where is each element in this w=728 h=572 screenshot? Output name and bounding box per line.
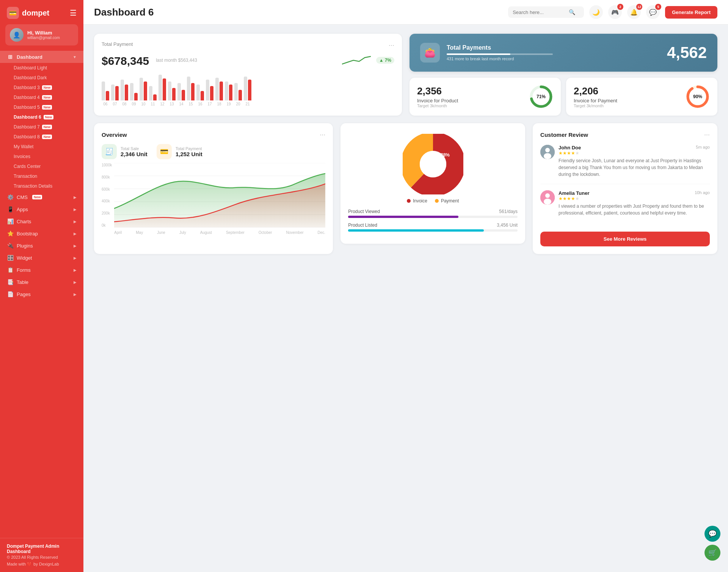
product-listed-bar (348, 229, 484, 232)
total-payment-title: Total Payment (102, 41, 133, 47)
generate-report-button[interactable]: Generate Report (665, 6, 717, 19)
search-bar[interactable]: 🔍 (508, 6, 584, 18)
copyright: © 2023 All Rights Reserved (7, 555, 77, 559)
reviewer-name-1: John Doe (559, 145, 581, 150)
dashboard-icon: ⊞ (7, 54, 14, 60)
nav-item-dashboard[interactable]: ⊞ Dashboard ▼ (0, 51, 83, 63)
pages-icon: 📄 (7, 291, 14, 297)
product-viewed-value: 561/days (499, 209, 518, 214)
plugins-icon: 🔌 (7, 243, 14, 249)
blue-card-subtitle: 431 more to break last month record (447, 56, 553, 61)
product-viewed-label: Product Viewed (348, 209, 380, 214)
sidebar: 💳 dompet ☰ 👤 Hi, William william@gmail.c… (0, 0, 83, 572)
sidebar-item-dashboard-light[interactable]: Dashboard Light (0, 63, 83, 73)
hamburger-icon[interactable]: ☰ (70, 8, 77, 17)
search-input[interactable] (513, 9, 566, 15)
card-menu-icon[interactable]: ··· (389, 41, 394, 49)
sub-label: Dashboard 4 (14, 95, 40, 100)
payment-stat-icon: 💳 (157, 144, 172, 159)
invoice-payment-label: Invoice for Payment (574, 98, 617, 103)
invoice-dot (407, 199, 411, 203)
new-badge: New (32, 195, 42, 199)
reviewer-avatar-1 (540, 145, 555, 159)
invoice-product-number: 2,356 (417, 85, 458, 97)
stars-2: ★★★★★ (559, 196, 589, 201)
nav-item-plugins[interactable]: 🔌 Plugins ▶ (0, 240, 83, 252)
review-time-2: 10h ago (695, 190, 710, 195)
nav-item-widget[interactable]: 🎛️ Widget ▶ (0, 252, 83, 264)
sidebar-item-dashboard-4[interactable]: Dashboard 4 New (0, 92, 83, 102)
nav-item-cms[interactable]: ⚙️ CMS New ▶ (0, 191, 83, 203)
nav-item-forms[interactable]: 📋 Forms ▶ (0, 264, 83, 276)
search-icon: 🔍 (569, 9, 575, 15)
sidebar-item-cards-center[interactable]: Cards Center (0, 161, 83, 171)
see-more-reviews-button[interactable]: See More Reviews (540, 232, 710, 246)
chevron-right-icon: ▶ (74, 256, 77, 260)
header: Dashboard 6 🔍 🌙 🎮 2 🔔 12 💬 5 Generate Re… (83, 0, 728, 25)
sidebar-item-transaction-details[interactable]: Transaction Details (0, 181, 83, 191)
msg-badge: 5 (655, 4, 661, 10)
sidebar-item-dashboard-7[interactable]: Dashboard 7 New (0, 122, 83, 132)
overview-menu-icon[interactable]: ··· (320, 131, 325, 139)
total-payment-stat: 💳 Total Payment 1,252 Unit (157, 144, 202, 159)
sale-label: Total Sale (121, 146, 147, 151)
nav-item-apps[interactable]: 📱 Apps ▶ (0, 203, 83, 215)
total-payment-amount: $678,345 (102, 55, 149, 67)
chevron-right-icon: ▶ (74, 292, 77, 296)
sale-icon: 🧾 (102, 144, 117, 159)
x-axis-labels: AprilMayJuneJuly AugustSeptemberOctoberN… (114, 230, 325, 235)
payment-dot (435, 199, 439, 203)
nav-item-pages[interactable]: 📄 Pages ▶ (0, 288, 83, 300)
review-time-1: 5m ago (696, 145, 710, 149)
games-button[interactable]: 🎮 2 (608, 5, 622, 19)
nav-label-dashboard: Dashboard (17, 54, 42, 60)
charts-icon: 📊 (7, 218, 14, 224)
new-badge: New (44, 115, 54, 119)
sidebar-item-transaction[interactable]: Transaction (0, 171, 83, 181)
messages-button[interactable]: 💬 5 (646, 5, 660, 19)
total-sale-stat: 🧾 Total Sale 2,346 Unit (102, 144, 147, 159)
nav-item-table[interactable]: 📑 Table ▶ (0, 276, 83, 288)
new-badge: New (42, 95, 52, 100)
nav-item-bootstrap[interactable]: ⭐ Bootstrap ▶ (0, 227, 83, 240)
sidebar-footer: Dompet Payment Admin Dashboard © 2023 Al… (0, 538, 83, 572)
sidebar-header: 💳 dompet ☰ (0, 0, 83, 24)
sidebar-item-my-wallet[interactable]: My Wallet (0, 142, 83, 152)
sidebar-item-invoices[interactable]: Invoices (0, 152, 83, 161)
sidebar-item-dashboard-6[interactable]: Dashboard 6 New (0, 112, 83, 122)
svg-point-19 (545, 193, 550, 198)
blue-card-number: 4,562 (667, 44, 707, 62)
sidebar-item-dashboard-3[interactable]: Dashboard 3 New (0, 83, 83, 92)
page-title: Dashboard 6 (94, 6, 154, 18)
content-area: Total Payment ··· $678,345 last month $5… (83, 25, 728, 572)
sidebar-item-dashboard-dark[interactable]: Dashboard Dark (0, 73, 83, 83)
cart-fab-button[interactable]: 🛒 (704, 545, 720, 561)
logo-area: 💳 dompet (7, 7, 49, 19)
nav-item-charts[interactable]: 📊 Charts ▶ (0, 215, 83, 227)
product-viewed-row: Product Viewed 561/days (348, 209, 518, 218)
sidebar-item-dashboard-8[interactable]: Dashboard 8 New (0, 132, 83, 142)
bar-labels: 06 07 08 09 10 11 12 13 14 15 16 17 18 1… (102, 102, 394, 106)
theme-toggle-button[interactable]: 🌙 (589, 5, 603, 19)
reviewer-name-2: Amelia Tuner (559, 190, 589, 196)
stars-1: ★★★★★ (559, 150, 581, 156)
payment-legend: Payment (435, 198, 459, 204)
cms-icon: ⚙️ (7, 194, 14, 200)
games-icon: 🎮 (611, 9, 619, 16)
sidebar-nav: ⊞ Dashboard ▼ Dashboard Light Dashboard … (0, 51, 83, 538)
notifications-button[interactable]: 🔔 12 (627, 5, 641, 19)
product-listed-row: Product Listed 3,456 Unit (348, 223, 518, 232)
made-with: Made with ❤️ by DexignLab (7, 562, 77, 567)
chat-fab-button[interactable]: 💬 (704, 526, 720, 542)
nav-label: Charts (17, 219, 31, 224)
blue-progress-fill (447, 53, 510, 55)
invoice-payment-donut: 90% (686, 85, 710, 109)
invoice-payment-card: 2,206 Invoice for Payment Target 3k/mont… (566, 78, 717, 116)
games-badge: 2 (617, 4, 623, 10)
sidebar-item-dashboard-5[interactable]: Dashboard 5 New (0, 102, 83, 112)
invoice-product-label: Invoice for Product (417, 98, 458, 103)
review-menu-icon[interactable]: ··· (704, 131, 710, 139)
sub-label: Dashboard Dark (14, 75, 47, 80)
payment-legend-label: Payment (441, 198, 459, 204)
nav-label: Bootstrap (17, 231, 38, 237)
